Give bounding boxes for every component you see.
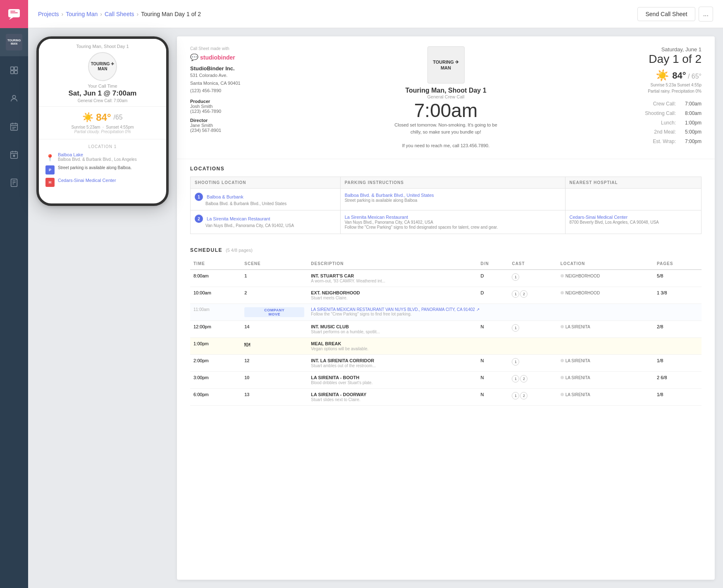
cs-company-name: StudioBinder Inc. bbox=[190, 65, 384, 72]
parking-link[interactable]: La Sirenita Mexican Restaurant bbox=[345, 215, 408, 220]
sched-cast: 1 bbox=[508, 321, 557, 338]
phone-hospital-icon: H bbox=[45, 178, 55, 187]
loc-parking-cell: La Sirenita Mexican RestaurantVan Nuys B… bbox=[340, 210, 565, 234]
more-options-button[interactable]: ... bbox=[699, 7, 713, 22]
cast-badge: 1 bbox=[512, 375, 519, 382]
schedule-col-header: DESCRIPTION bbox=[308, 258, 477, 270]
breadcrumb: Projects › Touring Man › Call Sheets › T… bbox=[38, 11, 201, 17]
phone-weather-sub: Sunrise 5:23am · Sunset 4:55pm bbox=[45, 125, 160, 129]
cs-studio-logo: 💬 studiobinder bbox=[190, 53, 384, 61]
sched-location: LA SIRENITA bbox=[557, 372, 654, 389]
cs-time-row: 2nd Meal:5:00pm bbox=[508, 127, 702, 137]
phone-location-label: LOCATION 1 bbox=[45, 144, 160, 149]
sched-pages: 1/8 bbox=[654, 355, 702, 372]
sched-scene: 1 bbox=[241, 270, 308, 287]
cs-time-label: Lunch: bbox=[661, 118, 676, 128]
loc-addr: Balboa Blvd. & Burbank Blvd., United Sta… bbox=[205, 201, 286, 206]
sched-cast: 12 bbox=[508, 389, 557, 406]
sched-meal-desc: MEAL BREAK Vegan options will be availab… bbox=[308, 338, 702, 355]
cs-call-time-big: 7:00am bbox=[392, 99, 500, 122]
sched-scene: 2 bbox=[241, 287, 308, 304]
breadcrumb-touring-man[interactable]: Touring Man bbox=[66, 11, 98, 17]
sidebar-item-project[interactable]: TOURINGMAN bbox=[0, 28, 28, 56]
sidebar-logo[interactable] bbox=[0, 0, 28, 28]
breadcrumb-projects[interactable]: Projects bbox=[38, 11, 59, 17]
sched-location: NEIGHBORHOOD bbox=[557, 287, 654, 304]
svg-marker-1 bbox=[9, 17, 13, 20]
cs-schedule-header: SCHEDULE (5 4/8 pages) bbox=[190, 247, 702, 253]
phone-hospital-name: Cedars-Sinai Medical Center bbox=[58, 178, 116, 183]
cast-badge: 2 bbox=[520, 375, 527, 382]
sched-location: NEIGHBORHOOD bbox=[557, 270, 654, 287]
cs-time-row: Est. Wrap:7:00pm bbox=[508, 137, 702, 146]
cs-time-label: Crew Call: bbox=[653, 99, 676, 109]
hospital-link[interactable]: Cedars-Sinai Medical Center bbox=[570, 215, 628, 220]
schedule-row: 1:00pm 🍽 MEAL BREAK Vegan options will b… bbox=[190, 338, 702, 355]
breadcrumb-sep-1: › bbox=[62, 11, 64, 17]
sched-time: 10:00am bbox=[190, 287, 241, 304]
sidebar-item-files[interactable] bbox=[0, 169, 28, 197]
svg-rect-2 bbox=[10, 12, 18, 13]
meal-sub: Vegan options will be available. bbox=[311, 347, 368, 351]
location-pill: LA SIRENITA bbox=[561, 359, 590, 363]
send-call-sheet-button[interactable]: Send Call Sheet bbox=[637, 7, 695, 21]
phone-temp-low: /65 bbox=[114, 114, 123, 121]
schedule-row: 3:00pm 10 LA SIRENITA - BOOTH Blood drib… bbox=[190, 372, 702, 389]
phone-location-item: 📍 Balboa Lake Balboa Blvd. & Burbank Blv… bbox=[45, 152, 160, 162]
svg-rect-4 bbox=[11, 67, 14, 70]
sched-scene: 13 bbox=[241, 389, 308, 406]
calendar-icon bbox=[10, 150, 19, 159]
sched-scene-meal: 🍽 bbox=[241, 338, 308, 355]
schedule-col-header: CAST bbox=[508, 258, 557, 270]
sched-dn: N bbox=[477, 321, 509, 338]
parking-link[interactable]: Balboa Blvd. & Burbank Blvd., United Sta… bbox=[345, 193, 434, 198]
loc-name-link[interactable]: Balboa & Burbank bbox=[207, 194, 243, 199]
schedule-col-header: LOCATION bbox=[557, 258, 654, 270]
sched-pages: 1 3/8 bbox=[654, 287, 702, 304]
svg-rect-9 bbox=[11, 124, 18, 131]
cast-icon bbox=[10, 94, 19, 103]
scene-desc-title: INT. STUART'S CAR bbox=[311, 273, 354, 278]
cs-made-with: Call Sheet made with bbox=[190, 46, 384, 51]
message-icon bbox=[7, 7, 21, 21]
topbar-actions: Send Call Sheet ... bbox=[637, 7, 713, 22]
sidebar-item-schedule[interactable] bbox=[0, 112, 28, 141]
scene-num: 1 bbox=[244, 273, 247, 278]
move-location-link[interactable]: LA SIRENITA MEXICAN RESTAURANT VAN NUYS … bbox=[311, 307, 479, 312]
sched-time: 12:00pm bbox=[190, 321, 241, 338]
svg-rect-6 bbox=[11, 71, 14, 74]
cs-schedule-table: TIMESCENEDESCRIPTIOND/NCASTLOCATIONPAGES… bbox=[190, 258, 702, 406]
loc-addr: Van Nuys Blvd., Panorama City, CA 91402,… bbox=[205, 223, 294, 228]
parking-detail: Street parking is available along Balboa bbox=[345, 198, 418, 203]
scene-desc-title: INT. LA SIRENITA CORRIDOR bbox=[311, 358, 374, 363]
sched-scene: 10 bbox=[241, 372, 308, 389]
sidebar-item-cast[interactable] bbox=[0, 84, 28, 112]
phone-parking-item: P Street parking is available along Balb… bbox=[45, 165, 160, 174]
scene-desc-sub: A worn-out, '93 CAMRY. Weathered int... bbox=[311, 279, 385, 283]
loc-dot bbox=[561, 393, 564, 396]
cs-project-logo: TOURING ✈MAN bbox=[427, 46, 465, 84]
scene-desc-title: LA SIRENITA - DOORWAY bbox=[311, 392, 366, 397]
scene-num: 2 bbox=[244, 290, 247, 295]
breadcrumb-sep-2: › bbox=[100, 11, 102, 17]
sched-location: LA SIRENITA bbox=[557, 321, 654, 338]
loc-name-link[interactable]: La Sirenita Mexican Restaurant bbox=[207, 216, 270, 221]
breadcrumb-call-sheets[interactable]: Call Sheets bbox=[105, 11, 134, 17]
sidebar-item-calendar[interactable] bbox=[0, 141, 28, 169]
cs-crew-call-label: General Crew Call bbox=[392, 94, 500, 99]
sidebar-item-storyboard[interactable] bbox=[0, 56, 28, 84]
cs-temp-main: 84° bbox=[672, 70, 686, 81]
cs-time-label: 2nd Meal: bbox=[654, 127, 676, 137]
loc-dot bbox=[561, 325, 564, 328]
cs-time-row: Shooting Call:8:00am bbox=[508, 109, 702, 118]
cs-time-value: 8:00am bbox=[681, 109, 702, 118]
cs-time-value: 7:00pm bbox=[681, 137, 702, 146]
sched-location: LA SIRENITA bbox=[557, 355, 654, 372]
topbar: Projects › Touring Man › Call Sheets › T… bbox=[28, 0, 723, 28]
phone-location-name: Balboa Lake bbox=[58, 152, 137, 157]
location-pill: NEIGHBORHOOD bbox=[561, 291, 600, 295]
move-desc-sub: Follow the "Crew Parking" signs to find … bbox=[311, 312, 411, 316]
scene-desc-sub: Stuart performs on a humble, spotlit... bbox=[311, 330, 380, 334]
sched-desc: INT. LA SIRENITA CORRIDOR Stuart ambles … bbox=[308, 355, 477, 372]
sched-dn: N bbox=[477, 372, 509, 389]
